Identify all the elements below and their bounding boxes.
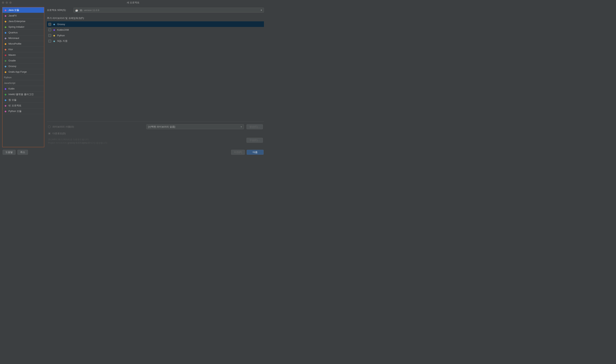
framework-checkbox[interactable] — [48, 34, 51, 37]
help-button[interactable]: 도움말 — [3, 150, 15, 155]
sidebar-item-label: Kotlin — [8, 87, 15, 90]
sdk-dropdown[interactable]: ☕ 11 version 11.0.9 ▼ — [73, 8, 264, 13]
java-icon: ☕ — [75, 9, 78, 12]
project-type-icon: ◆ — [4, 53, 7, 57]
sidebar-item-grails-app-forge[interactable]: ◆Grails App Forge — [2, 69, 44, 75]
sidebar-item-gradle[interactable]: ◆Gradle — [2, 58, 44, 64]
sidebar-item-java-enterprise[interactable]: ◆Java Enterprise — [2, 19, 44, 24]
sidebar-item-웹-모듈[interactable]: ◆웹 모듈 — [2, 97, 44, 103]
sidebar-item-intellij-플랫폼-플러그인[interactable]: ◆IntelliJ 플랫폼 플러그인 — [2, 91, 44, 97]
sidebar-item-quarkus[interactable]: ◆Quarkus — [2, 30, 44, 35]
close-icon[interactable] — [2, 1, 4, 4]
framework-label: Groovy — [57, 23, 65, 26]
window-controls[interactable] — [2, 1, 12, 4]
minimize-icon[interactable] — [6, 1, 8, 4]
cancel-button[interactable]: 취소 — [17, 150, 28, 155]
project-type-icon: ◆ — [4, 99, 7, 102]
framework-label: Kotlin/JVM — [57, 28, 69, 31]
project-type-icon: ◆ — [4, 110, 7, 113]
sidebar-item-label: Groovy — [8, 65, 16, 68]
framework-item-sql-[interactable]: ◆SQL 지원 — [47, 38, 264, 44]
sidebar-item-label: Micronaut — [8, 37, 19, 39]
framework-icon: ◆ — [53, 40, 56, 42]
project-type-icon: ◆ — [4, 14, 7, 17]
project-type-icon: ◆ — [4, 37, 7, 40]
sidebar-item-label: Quarkus — [8, 31, 18, 34]
project-type-icon: ◆ — [4, 9, 7, 12]
sidebar-item-label: IntelliJ 플랫폼 플러그인 — [8, 93, 34, 96]
dialog-footer: 도움말 취소 이전(P) 다음 — [0, 147, 266, 157]
sdk-value-major: 11 — [80, 9, 82, 12]
framework-icon: ◆ — [53, 28, 56, 31]
frameworks-list: ◆Groovy◆Kotlin/JVM◆Python◆SQL 지원 — [47, 21, 264, 121]
sdk-label: 프로젝트 SDK(S): — [47, 8, 71, 12]
library-selected-text: [선택된 라이브러리 없음] — [148, 125, 175, 129]
titlebar: 새 프로젝트 — [0, 0, 266, 5]
project-type-sidebar: ◆Java 모듈◆JavaFX◆Java Enterprise◆Spring I… — [2, 7, 44, 147]
previous-button[interactable]: 이전(P) — [231, 150, 245, 155]
sidebar-item-label: Gradle — [8, 59, 16, 62]
download-info-2: Project 라이브러리 groovy-4.0.0-alpha-3이(가) 생… — [48, 141, 244, 144]
radio-icon — [48, 132, 51, 135]
sidebar-item-spring-initializr[interactable]: ◆Spring Initializr — [2, 24, 44, 30]
project-type-icon: ◆ — [4, 48, 7, 51]
sidebar-item-label: 빈 프로젝트 — [8, 104, 21, 107]
use-library-label: 라이브러리 사용(U): — [53, 125, 74, 129]
sidebar-item-label: Ktor — [8, 48, 13, 51]
sidebar-item-maven[interactable]: ◆Maven — [2, 52, 44, 58]
project-type-icon: ◆ — [4, 93, 7, 96]
framework-checkbox[interactable] — [48, 23, 51, 26]
sidebar-item-label: Python 모듈 — [8, 110, 22, 113]
framework-icon: ◆ — [53, 23, 56, 26]
project-type-icon: ◆ — [4, 70, 7, 73]
sidebar-item-label: MicroProfile — [8, 42, 21, 45]
project-type-icon: ◆ — [4, 31, 7, 34]
create-library-button[interactable]: 생성(C)… — [246, 124, 263, 129]
library-dropdown[interactable]: [선택된 라이브러리 없음] ▼ — [146, 124, 244, 129]
download-label: 다운로드(D) — [53, 132, 66, 135]
framework-checkbox[interactable] — [48, 40, 51, 42]
sidebar-item-label: JavaFX — [8, 14, 17, 17]
project-type-icon: ◆ — [4, 104, 7, 107]
sidebar-item-label: Java 모듈 — [8, 8, 19, 12]
chevron-down-icon: ▼ — [240, 126, 242, 128]
configure-button[interactable]: 구성(C)… — [246, 138, 263, 143]
window-title: 새 프로젝트 — [127, 1, 140, 4]
sidebar-item-microprofile[interactable]: ◆MicroProfile — [2, 41, 44, 47]
next-button[interactable]: 다음 — [247, 150, 264, 155]
sidebar-item-ktor[interactable]: ◆Ktor — [2, 47, 44, 52]
framework-item-python[interactable]: ◆Python — [47, 33, 264, 38]
sidebar-item-javafx[interactable]: ◆JavaFX — [2, 13, 44, 19]
download-info-1: 29 JAR이 lib 디렉터리로 다운로드됩니다 — [48, 138, 244, 141]
use-library-radio[interactable]: 라이브러리 사용(U): — [48, 125, 74, 129]
framework-item-kotlin-jvm[interactable]: ◆Kotlin/JVM — [47, 27, 264, 33]
framework-label: SQL 지원 — [57, 39, 68, 43]
sidebar-item-label: JavaScript — [4, 82, 15, 84]
project-type-icon: ◆ — [4, 87, 7, 90]
sidebar-item-java-모듈[interactable]: ◆Java 모듈 — [2, 7, 44, 13]
frameworks-label: 추가 라이브러리 및 프레임워크(F): — [47, 16, 264, 20]
project-type-icon: ◆ — [4, 20, 7, 23]
sidebar-item-groovy[interactable]: ◆Groovy — [2, 64, 44, 69]
download-radio[interactable]: 다운로드(D) — [48, 132, 263, 135]
framework-checkbox[interactable] — [48, 28, 51, 31]
chevron-down-icon: ▼ — [260, 9, 262, 11]
sidebar-item-python: Python — [2, 75, 44, 80]
sidebar-item-kotlin[interactable]: ◆Kotlin — [2, 86, 44, 91]
sidebar-item-label: Grails App Forge — [8, 70, 27, 73]
project-type-icon: ◆ — [4, 26, 7, 28]
main-panel: 프로젝트 SDK(S): ☕ 11 version 11.0.9 ▼ 추가 라이… — [47, 7, 264, 147]
sidebar-item-python-모듈[interactable]: ◆Python 모듈 — [2, 108, 44, 114]
sidebar-item-label: Python — [4, 76, 12, 79]
radio-icon — [48, 125, 51, 128]
project-type-icon: ◆ — [4, 65, 7, 68]
sidebar-item-label: Maven — [8, 53, 16, 56]
framework-icon: ◆ — [53, 34, 56, 37]
sidebar-item-빈-프로젝트[interactable]: ◆빈 프로젝트 — [2, 103, 44, 108]
library-panel: 라이브러리 사용(U): [선택된 라이브러리 없음] ▼ 생성(C)… 다운로… — [47, 121, 264, 147]
sidebar-item-javascript: JavaScript — [2, 80, 44, 86]
framework-item-groovy[interactable]: ◆Groovy — [47, 21, 264, 27]
zoom-icon[interactable] — [9, 1, 12, 4]
framework-label: Python — [57, 34, 65, 37]
sidebar-item-micronaut[interactable]: ◆Micronaut — [2, 35, 44, 41]
